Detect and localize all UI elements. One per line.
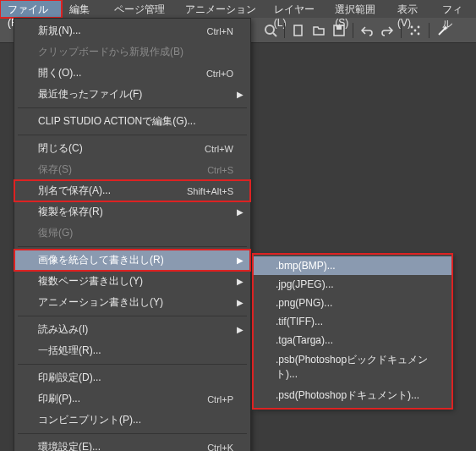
submenu-jpg[interactable]: .jpg(JPEG)...	[254, 275, 451, 294]
label: 印刷設定(D)...	[38, 371, 101, 385]
menubar-layer[interactable]: レイヤー(L)	[266, 0, 327, 18]
svg-point-5	[411, 25, 413, 28]
shortcut: Ctrl+W	[205, 144, 233, 154]
svg-line-10	[439, 28, 446, 35]
menubar-view[interactable]: 表示(V)	[390, 0, 435, 18]
chevron-right-icon: ▶	[237, 256, 243, 265]
label: 開く(O)...	[38, 66, 81, 80]
menu-close[interactable]: 閉じる(C) Ctrl+W	[14, 138, 250, 159]
divider	[18, 246, 247, 247]
label: .tga(Targa)...	[276, 334, 333, 346]
menubar-page[interactable]: ページ管理(P)	[107, 0, 178, 18]
shortcut: Ctrl+N	[207, 26, 233, 36]
svg-rect-2	[294, 25, 302, 36]
divider	[18, 433, 247, 434]
label: .psd(Photoshopドキュメント)...	[276, 388, 419, 403]
label: 最近使ったファイル(F)	[38, 87, 142, 102]
chevron-right-icon: ▶	[237, 90, 243, 99]
svg-line-1	[273, 33, 276, 36]
menu-batch[interactable]: 一括処理(R)...	[14, 340, 250, 361]
chevron-right-icon: ▶	[237, 325, 243, 334]
label: 複数ページ書き出し(Y)	[38, 274, 143, 289]
svg-point-7	[411, 32, 413, 35]
shortcut: Ctrl+K	[207, 443, 233, 452]
submenu-psb[interactable]: .psb(Photoshopビックドキュメント)...	[254, 349, 451, 385]
menubar-filter[interactable]: フィル	[435, 0, 476, 18]
menubar: ファイル(F) 編集(E) ページ管理(P) アニメーション(A) レイヤー(L…	[0, 0, 476, 18]
label: 別名で保存(A)...	[38, 184, 111, 198]
label: 一括処理(R)...	[38, 344, 101, 358]
menu-open[interactable]: 開く(O)... Ctrl+O	[14, 63, 250, 84]
submenu-tga[interactable]: .tga(Targa)...	[254, 331, 451, 349]
divider	[18, 364, 247, 365]
menubar-anim[interactable]: アニメーション(A)	[178, 0, 266, 18]
label: 複製を保存(R)	[38, 205, 103, 219]
file-menu: 新規(N)... Ctrl+N クリップボードから新規作成(B) 開く(O)..…	[14, 18, 251, 451]
shortcut: Ctrl+O	[206, 69, 233, 79]
menu-new-clipboard: クリップボードから新規作成(B)	[14, 41, 250, 63]
label: .jpg(JPEG)...	[276, 278, 334, 290]
menu-save-as[interactable]: 別名で保存(A)... Shift+Alt+S	[14, 180, 250, 201]
shortcut: Ctrl+S	[207, 165, 233, 175]
search-icon[interactable]	[262, 22, 279, 39]
label: .bmp(BMP)...	[276, 260, 336, 272]
label: アニメーション書き出し(Y)	[38, 295, 163, 310]
new-file-icon[interactable]	[290, 22, 307, 39]
label: 復帰(G)	[38, 226, 73, 240]
redo-icon[interactable]	[379, 22, 396, 39]
menu-convini-print[interactable]: コンビニプリント(P)...	[14, 410, 250, 431]
divider	[18, 135, 247, 135]
label: CLIP STUDIO ACTIONで編集(G)...	[38, 114, 195, 129]
menubar-file[interactable]: ファイル(F)	[0, 0, 62, 18]
label: クリップボードから新規作成(B)	[38, 45, 183, 59]
svg-rect-4	[336, 25, 342, 30]
label: 保存(S)	[38, 162, 72, 177]
label: 画像を統合して書き出し(R)	[38, 253, 164, 267]
wand-icon[interactable]	[435, 22, 451, 39]
open-file-icon[interactable]	[310, 22, 327, 39]
menu-save: 保存(S) Ctrl+S	[14, 159, 250, 180]
label: .png(PNG)...	[276, 297, 332, 309]
shortcut: Ctrl+P	[207, 394, 233, 404]
menu-anim-export[interactable]: アニメーション書き出し(Y) ▶	[14, 292, 250, 313]
svg-point-8	[418, 32, 420, 35]
label: .tif(TIFF)...	[276, 316, 323, 327]
divider	[18, 107, 247, 108]
menubar-select[interactable]: 選択範囲(S)	[327, 0, 390, 18]
divider	[18, 316, 247, 316]
menu-print[interactable]: 印刷(P)... Ctrl+P	[14, 388, 250, 410]
undo-icon[interactable]	[358, 22, 375, 39]
submenu-psd[interactable]: .psd(Photoshopドキュメント)...	[254, 385, 451, 406]
menubar-edit[interactable]: 編集(E)	[62, 0, 107, 18]
save-icon[interactable]	[331, 22, 347, 39]
label: .psb(Photoshopビックドキュメント)...	[276, 353, 436, 382]
clear-icon[interactable]	[407, 22, 424, 39]
svg-point-6	[418, 25, 420, 28]
menu-clipstudio-action[interactable]: CLIP STUDIO ACTIONで編集(G)...	[14, 111, 250, 132]
shortcut: Shift+Alt+S	[187, 186, 233, 196]
menu-preferences[interactable]: 環境設定(E)... Ctrl+K	[14, 437, 250, 451]
menu-import[interactable]: 読み込み(I) ▶	[14, 319, 250, 340]
menu-multipage-export[interactable]: 複数ページ書き出し(Y) ▶	[14, 271, 250, 292]
menu-save-copy[interactable]: 複製を保存(R) ▶	[14, 201, 250, 223]
submenu-png[interactable]: .png(PNG)...	[254, 294, 451, 312]
submenu-tif[interactable]: .tif(TIFF)...	[254, 312, 451, 331]
chevron-right-icon: ▶	[237, 277, 243, 286]
export-submenu: .bmp(BMP)... .jpg(JPEG)... .png(PNG)... …	[253, 254, 452, 409]
menu-revert: 復帰(G)	[14, 223, 250, 244]
menu-print-setup[interactable]: 印刷設定(D)...	[14, 367, 250, 388]
label: コンビニプリント(P)...	[38, 413, 141, 427]
label: 新規(N)...	[38, 24, 81, 38]
menu-recent[interactable]: 最近使ったファイル(F) ▶	[14, 84, 250, 105]
label: 読み込み(I)	[38, 322, 88, 337]
svg-point-0	[265, 25, 274, 34]
menu-new[interactable]: 新規(N)... Ctrl+N	[14, 20, 250, 41]
svg-point-9	[414, 29, 417, 31]
label: 閉じる(C)	[38, 141, 83, 156]
chevron-right-icon: ▶	[237, 298, 243, 307]
label: 環境設定(E)...	[38, 440, 101, 451]
submenu-bmp[interactable]: .bmp(BMP)...	[254, 256, 451, 275]
menu-flatten-export[interactable]: 画像を統合して書き出し(R) ▶	[14, 250, 250, 271]
chevron-right-icon: ▶	[237, 207, 243, 217]
label: 印刷(P)...	[38, 392, 80, 406]
